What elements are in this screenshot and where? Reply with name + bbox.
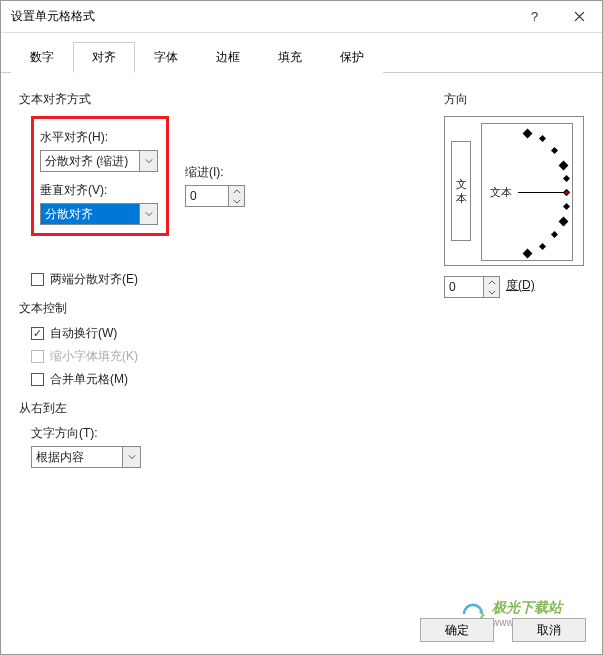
combo-text-direction[interactable]: 根据内容: [31, 446, 141, 468]
orientation-dot: [551, 147, 558, 154]
checkbox-shrink: 缩小字体填充(K): [31, 348, 424, 365]
combo-h-align[interactable]: 分散对齐 (缩进): [40, 150, 158, 172]
combo-text-direction-value: 根据内容: [32, 447, 122, 467]
orientation-text-label: 文本: [490, 185, 512, 200]
orientation-vertical-text[interactable]: 文 本: [451, 141, 471, 241]
orientation-dot: [539, 243, 546, 250]
spinner-up-icon[interactable]: [484, 277, 499, 287]
tab-border[interactable]: 边框: [197, 42, 259, 73]
checkbox-label: 两端分散对齐(E): [50, 271, 138, 288]
spinner-up-icon[interactable]: [229, 186, 244, 196]
spinner-down-icon[interactable]: [229, 196, 244, 206]
label-v-align: 垂直对齐(V):: [40, 182, 160, 199]
checkbox-label: 合并单元格(M): [50, 371, 128, 388]
orientation-dial[interactable]: 文本: [481, 123, 573, 261]
tab-number[interactable]: 数字: [11, 42, 73, 73]
tab-fill[interactable]: 填充: [259, 42, 321, 73]
orientation-line: [518, 192, 564, 193]
close-button[interactable]: [557, 2, 602, 32]
checkbox-label: 缩小字体填充(K): [50, 348, 138, 365]
spinner-indent[interactable]: 0: [185, 185, 245, 207]
orientation-dot: [523, 129, 533, 139]
cancel-button[interactable]: 取消: [512, 618, 586, 642]
chevron-down-icon[interactable]: [139, 151, 157, 171]
tab-font[interactable]: 字体: [135, 42, 197, 73]
tab-bar: 数字 对齐 字体 边框 填充 保护: [1, 33, 602, 73]
highlight-box: 水平对齐(H): 分散对齐 (缩进) 垂直对齐(V): 分散对齐: [31, 116, 169, 236]
checkbox-merge[interactable]: 合并单元格(M): [31, 371, 424, 388]
combo-h-align-value: 分散对齐 (缩进): [41, 151, 139, 171]
orientation-dot: [559, 161, 569, 171]
checkbox-icon: [31, 373, 44, 386]
window-title: 设置单元格格式: [11, 8, 512, 25]
group-orientation: 方向: [444, 91, 584, 108]
spinner-degrees[interactable]: 0: [444, 276, 500, 298]
help-button[interactable]: ?: [512, 2, 557, 32]
close-icon: [574, 11, 585, 22]
label-degrees: 度(D): [506, 277, 535, 294]
chevron-down-icon[interactable]: [139, 204, 157, 224]
orientation-dot: [563, 175, 570, 182]
checkbox-icon: [31, 273, 44, 286]
checkbox-wrap[interactable]: 自动换行(W): [31, 325, 424, 342]
watermark-text: 极光下载站: [492, 599, 562, 617]
tab-alignment[interactable]: 对齐: [73, 42, 135, 73]
orientation-pointer: [563, 189, 570, 196]
orientation-dot: [523, 249, 533, 259]
orientation-dot: [559, 217, 569, 227]
checkbox-icon: [31, 327, 44, 340]
ok-button[interactable]: 确定: [420, 618, 494, 642]
orientation-dot: [539, 135, 546, 142]
combo-v-align[interactable]: 分散对齐: [40, 203, 158, 225]
checkbox-justify-distributed[interactable]: 两端分散对齐(E): [31, 271, 424, 288]
orientation-control[interactable]: 文 本 文本: [444, 116, 584, 266]
checkbox-label: 自动换行(W): [50, 325, 117, 342]
chevron-down-icon[interactable]: [122, 447, 140, 467]
combo-v-align-value: 分散对齐: [41, 204, 139, 224]
group-text-control: 文本控制: [19, 300, 424, 317]
orientation-dot: [563, 203, 570, 210]
label-indent: 缩进(I):: [185, 164, 245, 181]
spinner-degrees-value: 0: [445, 277, 483, 297]
label-text-direction: 文字方向(T):: [31, 425, 424, 442]
orientation-dot: [551, 231, 558, 238]
label-h-align: 水平对齐(H):: [40, 129, 160, 146]
group-text-align: 文本对齐方式: [19, 91, 424, 108]
spinner-indent-value: 0: [186, 186, 228, 206]
checkbox-icon: [31, 350, 44, 363]
tab-protect[interactable]: 保护: [321, 42, 383, 73]
spinner-down-icon[interactable]: [484, 287, 499, 297]
group-rtl: 从右到左: [19, 400, 424, 417]
